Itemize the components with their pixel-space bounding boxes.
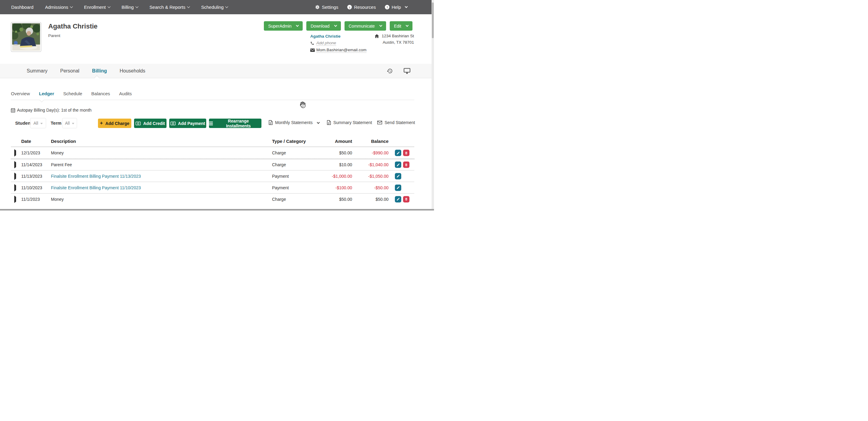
col-header-amount: Amount [307,139,352,144]
edit-row-button[interactable] [395,173,401,179]
scrollbar-thumb[interactable] [432,2,434,38]
nav-billing[interactable]: Billing [116,4,144,10]
expand-row-button[interactable] [14,184,16,191]
subtab-audits[interactable]: Audits [119,91,132,100]
row-type: Payment [272,185,289,190]
subtab-schedule[interactable]: Schedule [63,91,83,100]
chevron-down-icon [107,5,111,8]
settings-link[interactable]: Settings [315,4,338,10]
send-statement-link[interactable]: Send Statement [377,120,415,125]
nav-dashboard[interactable]: Dashboard [5,4,39,10]
edit-row-button[interactable] [395,162,401,168]
pencil-icon [396,163,400,167]
rearrange-installments-button[interactable]: Rearrange Installments [209,119,261,128]
tab-personal[interactable]: Personal [60,68,79,74]
term-filter-label: Term [51,120,62,126]
document-icon [269,120,273,125]
row-amount: $10.00 [307,162,352,167]
nav-scheduling[interactable]: Scheduling [195,4,234,10]
col-header-description: Description [51,139,76,144]
history-icon[interactable] [387,68,393,74]
row-description-link[interactable]: Finalsite Enrollment Billing Payment 11/… [51,185,141,190]
phone-icon [310,41,316,45]
expand-row-button[interactable] [14,196,16,203]
tab-billing[interactable]: Billing [92,68,107,74]
chevron-down-icon [317,121,320,124]
edit-row-button[interactable] [395,196,401,202]
tab-summary[interactable]: Summary [27,68,47,74]
term-filter-select[interactable]: All [62,118,77,128]
col-header-type: Type / Category [272,139,306,144]
chevron-down-icon [72,123,74,124]
row-amount: -$1,000.00 [307,174,352,179]
tab-households[interactable]: Households [120,68,146,74]
active-tab-notch [94,75,99,81]
nav-admissions[interactable]: Admissions [39,4,78,10]
add-charge-button[interactable]: + Add Charge [98,119,131,128]
banknote-icon [170,122,176,125]
row-description-link[interactable]: Finalsite Enrollment Billing Payment 11/… [51,174,141,179]
row-description: Money [51,150,64,155]
subtab-overview[interactable]: Overview [11,91,30,100]
address-line1: 1234 Bashirian St [381,34,414,38]
profile-photo [11,22,41,52]
trash-icon [405,163,408,167]
resources-link[interactable]: Resources [347,4,376,10]
envelope-icon [310,49,316,52]
edit-row-button[interactable] [395,150,401,156]
address-line2: Austin, TX 78701 [375,39,414,46]
ledger-table: Date Description Type / Category Amount … [11,136,414,205]
horizontal-scrollbar[interactable] [0,209,434,210]
communicate-button[interactable]: Communicate [344,21,386,31]
subtab-balances[interactable]: Balances [91,91,110,100]
row-date: 11/10/2023 [21,185,42,190]
top-nav-menu: Dashboard Admissions Enrollment Billing … [5,4,234,10]
row-balance: $50.00 [346,197,389,202]
nav-enrollment[interactable]: Enrollment [78,4,116,10]
chevron-down-icon [406,24,409,27]
monthly-statements-menu[interactable]: Monthly Statements [269,120,319,125]
chevron-down-icon [135,5,138,8]
vertical-scrollbar[interactable] [432,0,434,210]
student-filter-select[interactable]: All [30,118,46,128]
trash-icon [405,151,408,155]
row-amount: -$100.00 [307,185,352,190]
envelope-outline-icon [377,121,382,124]
add-credit-button[interactable]: Add Credit [134,119,166,128]
expand-row-button[interactable] [14,173,16,180]
expand-row-button[interactable] [14,149,16,156]
pencil-icon [396,151,400,155]
trash-icon [405,198,408,201]
expand-row-button[interactable] [14,161,16,168]
ledger-page: Dashboard Admissions Enrollment Billing … [0,0,434,210]
email-link[interactable]: Mom.Bashirian@email.com [316,48,366,53]
chevron-down-icon [379,24,382,27]
chevron-down-icon [405,5,408,8]
top-nav: Dashboard Admissions Enrollment Billing … [0,0,434,14]
add-phone-link[interactable]: Add phone [316,41,336,46]
download-button[interactable]: Download [306,21,341,31]
add-payment-button[interactable]: Add Payment [169,119,206,128]
chevron-down-icon [334,24,337,27]
summary-statement-link[interactable]: Summary Statement [327,120,372,125]
delete-row-button[interactable] [403,196,409,202]
row-balance: -$1,040.00 [346,162,389,167]
edit-button[interactable]: Edit [390,21,412,31]
help-menu[interactable]: Help [385,4,407,10]
monitor-icon[interactable] [404,68,410,74]
contact-name-link[interactable]: Agatha Christie [310,34,341,38]
row-description: Parent Fee [51,162,72,167]
row-amount: $50.00 [307,197,352,202]
gear-icon [315,5,320,9]
delete-row-button[interactable] [403,162,409,168]
table-row: 11/14/2023 Parent Fee Charge $10.00 -$1,… [11,159,414,170]
nav-search-reports[interactable]: Search & Reports [144,4,195,10]
top-nav-utilities: Settings Resources Help [315,4,407,10]
delete-row-button[interactable] [403,150,409,156]
row-type: Charge [272,197,286,202]
profile-photo-image [12,23,40,51]
banknote-icon [135,122,141,125]
edit-row-button[interactable] [395,184,401,191]
student-filter-label: Student [15,120,32,126]
superadmin-button[interactable]: SuperAdmin [264,21,303,31]
